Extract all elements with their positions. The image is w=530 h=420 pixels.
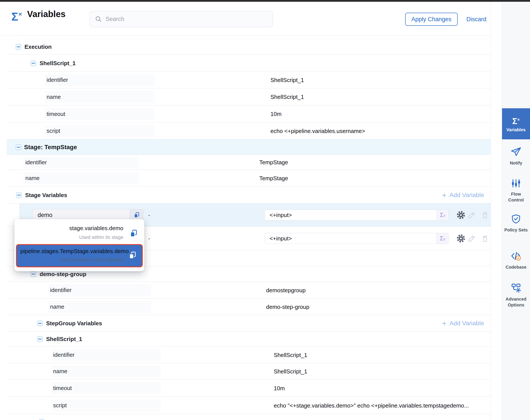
expression-type-toggle[interactable]: Σ x [436, 233, 448, 244]
collapse-icon[interactable] [37, 320, 43, 326]
tree-node-label: ShellScript_1 [46, 336, 82, 343]
add-variable-button[interactable]: + Add Variable [442, 320, 484, 327]
copy-icon [133, 211, 140, 219]
sigma-glyph: Σ [11, 10, 18, 23]
value-text: demostepgroup [266, 287, 306, 294]
search-icon [95, 15, 102, 23]
collapse-icon[interactable] [16, 144, 21, 150]
value-text: echo <+pipeline.variables.username> [270, 128, 365, 134]
tree-node-label: ShellScript_1 [40, 60, 76, 66]
variable-value-field[interactable]: Σ x [265, 210, 449, 221]
variable-value-input[interactable] [265, 235, 436, 242]
copy-button[interactable] [128, 251, 137, 260]
variable-settings-button[interactable] [456, 233, 466, 243]
collapse-icon[interactable] [16, 192, 22, 198]
collapse-icon[interactable] [37, 336, 43, 342]
collapse-icon[interactable] [39, 419, 44, 420]
key-label: identifier [51, 349, 161, 361]
window-top-edge [0, 0, 530, 2]
kv-row-name: name demo-step-group [0, 299, 491, 315]
expression-copy-popover: stage.variables.demo Used within its sta… [15, 219, 144, 271]
variable-value-input[interactable] [265, 211, 436, 219]
tree-row-execution: Execution [0, 39, 491, 55]
search-box[interactable] [90, 11, 273, 27]
panel-header: Σ × Variables Apply Changes Discard [0, 2, 491, 36]
section-row-stepgroup-variables: StepGroup Variables + Add Variable [0, 315, 491, 331]
sidebar-item-advanced-options[interactable]: Advanced Options [502, 282, 530, 308]
sidebar-item-label: Flow Control [502, 191, 530, 203]
value-text: ShellScript_1 [270, 94, 304, 100]
variables-main-panel: Σ × Variables Apply Changes Discard Exec… [0, 2, 491, 420]
pencil-icon [467, 210, 476, 220]
add-variable-button[interactable]: + Add Variable [442, 192, 484, 199]
right-toolbar: Σ× Variables Notify Flow Control Policy … [502, 2, 530, 420]
variable-settings-button[interactable] [456, 210, 466, 220]
shield-check-icon [511, 213, 521, 225]
value-text: TempStage [259, 159, 288, 166]
stage-header-row: Stage: TempStage [0, 139, 491, 155]
sidebar-item-label: Advanced Options [502, 296, 530, 308]
key-label: timeout [51, 382, 161, 394]
stage-title: Stage: TempStage [24, 144, 77, 151]
gear-icon [456, 210, 466, 220]
value-text: ShellScript_1 [274, 368, 307, 375]
key-label: name [24, 172, 139, 184]
value-text: ShellScript_1 [274, 352, 307, 358]
variable-edit-button[interactable] [467, 210, 477, 220]
copy-icon [128, 251, 137, 260]
expression-text: pipeline.stages.TempStage.variables.demo [20, 248, 124, 255]
search-input[interactable] [105, 15, 273, 23]
collapse-icon[interactable] [31, 271, 36, 277]
kv-row-timeout: timeout 10m [0, 105, 491, 122]
variable-edit-button[interactable] [467, 233, 477, 243]
sliders-icon [511, 178, 521, 189]
section-row-stage-variables: Stage Variables + Add Variable [0, 187, 491, 203]
variable-delete-button[interactable] [480, 210, 490, 220]
kv-row-name: name TempStage [0, 170, 491, 187]
sidebar-item-codebase[interactable]: Codebase [502, 250, 530, 270]
description-dash: - [148, 235, 150, 242]
copy-button[interactable] [129, 229, 138, 238]
tree-node-label: demo-step-group [40, 270, 86, 277]
sidebar-item-policy-sets[interactable]: Policy Sets [502, 213, 530, 233]
value-text: TempStage [259, 175, 288, 181]
key-label: identifier [48, 284, 151, 296]
discard-button[interactable]: Discard [466, 13, 486, 26]
collapse-icon[interactable] [31, 60, 36, 66]
variable-value-field[interactable]: Σ x [265, 233, 449, 244]
value-text: echo "<+stage.variables.demo>" echo <+pi… [274, 402, 469, 409]
description-dash: - [148, 212, 150, 219]
expression-text: stage.variables.demo [20, 225, 123, 232]
collapse-icon[interactable] [16, 44, 21, 50]
sigma-x-glyph: × [18, 11, 22, 17]
add-variable-label: Add Variable [450, 192, 484, 199]
sidebar-item-flow-control[interactable]: Flow Control [502, 178, 530, 203]
key-label: identifier [45, 74, 154, 86]
stage-header-highlight [7, 139, 491, 155]
sidebar-item-label: Notify [509, 160, 524, 166]
key-label: timeout [45, 108, 154, 120]
kv-row-identifier: identifier TempStage [0, 155, 491, 170]
kv-row-identifier: identifier ShellScript_1 [0, 72, 491, 88]
apply-changes-button[interactable]: Apply Changes [405, 13, 458, 26]
sidebar-item-label: Variables [506, 127, 526, 132]
variable-name-input[interactable] [32, 211, 130, 219]
sidebar-item-notify[interactable]: Notify [502, 146, 530, 166]
expression-type-toggle[interactable]: Σ x [436, 210, 448, 220]
header-inset-divider [22, 39, 489, 39]
sigma-icon: Σ [440, 212, 443, 219]
expression-option-text: pipeline.stages.TempStage.variables.demo… [20, 248, 124, 263]
plus-icon: + [442, 192, 446, 198]
codebase-icon [510, 250, 522, 262]
flowchart-gear-icon [510, 282, 522, 294]
sigma-icon: Σ [440, 235, 443, 242]
expression-option-stage-scope[interactable]: stage.variables.demo Used within its sta… [20, 225, 123, 240]
key-label: name [51, 365, 161, 377]
sidebar-item-variables[interactable]: Σ× Variables [502, 108, 530, 139]
key-label: name [48, 301, 151, 313]
key-label: name [45, 91, 154, 103]
key-label: identifier [24, 156, 139, 168]
variable-delete-button[interactable] [480, 233, 490, 243]
value-text: ShellScript_1 [270, 76, 304, 83]
expression-option-pipeline-scope-highlighted[interactable]: pipeline.stages.TempStage.variables.demo… [16, 244, 143, 267]
